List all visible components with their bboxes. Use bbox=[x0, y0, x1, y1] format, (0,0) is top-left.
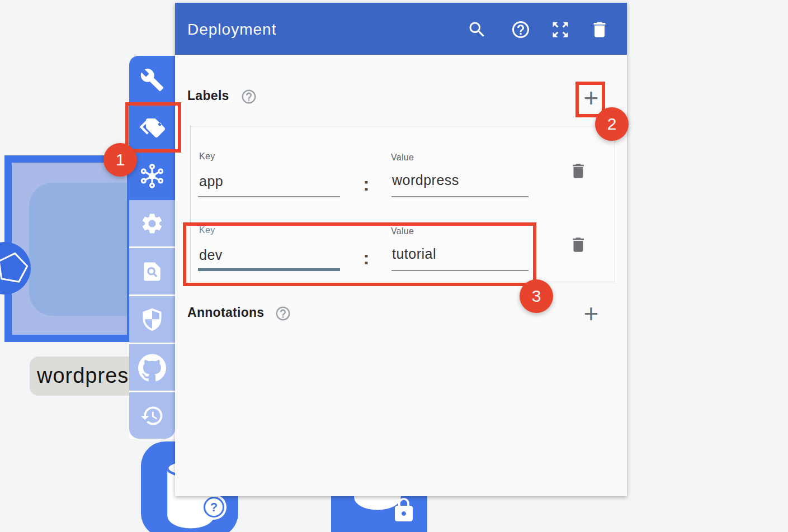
gear-icon bbox=[140, 211, 164, 236]
node-label: wordpress bbox=[30, 357, 136, 396]
annotations-help-icon[interactable] bbox=[275, 305, 291, 322]
key-underline bbox=[198, 196, 340, 197]
help-icon[interactable] bbox=[511, 20, 531, 40]
github-icon bbox=[138, 354, 166, 382]
pentagon-icon bbox=[0, 242, 31, 294]
delete-row-icon[interactable] bbox=[569, 235, 588, 254]
pod-circle[interactable] bbox=[0, 242, 31, 294]
panel-title: Deployment bbox=[187, 21, 276, 39]
step-3-badge: 3 bbox=[520, 279, 553, 313]
panel-header: Deployment bbox=[175, 3, 627, 55]
wordpress-node-body bbox=[29, 183, 134, 316]
search-icon[interactable] bbox=[467, 20, 487, 40]
key-field-label: Key bbox=[199, 151, 215, 162]
expand-icon[interactable] bbox=[550, 20, 570, 40]
toolbar-wrench-button[interactable] bbox=[129, 56, 175, 104]
value-underline bbox=[391, 196, 529, 197]
callout-box-labels-tool bbox=[125, 102, 181, 153]
labels-help-icon[interactable] bbox=[240, 88, 257, 105]
question-badge: ? bbox=[201, 495, 227, 520]
value-field-value[interactable]: wordpress bbox=[392, 172, 459, 188]
delete-row-icon[interactable] bbox=[569, 162, 588, 180]
document-search-icon bbox=[140, 259, 164, 284]
wrench-icon bbox=[140, 68, 164, 92]
toolbar-history-button[interactable] bbox=[129, 392, 175, 439]
toolbar-settings-button[interactable] bbox=[129, 200, 175, 246]
key-value-separator: : bbox=[358, 173, 374, 195]
shield-icon bbox=[140, 307, 164, 332]
value-field-label: Value bbox=[391, 153, 414, 163]
step-2-badge: 2 bbox=[595, 107, 629, 141]
toolbar-preview-button[interactable] bbox=[129, 248, 175, 294]
key-field-value[interactable]: app bbox=[199, 173, 223, 189]
labels-heading: Labels bbox=[187, 88, 229, 103]
toolbar-security-button[interactable] bbox=[129, 296, 175, 343]
add-annotation-button[interactable]: + bbox=[579, 302, 603, 327]
hub-icon bbox=[139, 163, 166, 189]
callout-box-new-row bbox=[183, 222, 536, 286]
step-1-badge: 1 bbox=[103, 143, 137, 177]
toolbar-github-button[interactable] bbox=[129, 344, 175, 391]
annotations-heading: Annotations bbox=[187, 305, 264, 320]
delete-icon[interactable] bbox=[589, 20, 610, 40]
history-icon bbox=[140, 403, 164, 428]
lock-icon bbox=[390, 497, 417, 524]
